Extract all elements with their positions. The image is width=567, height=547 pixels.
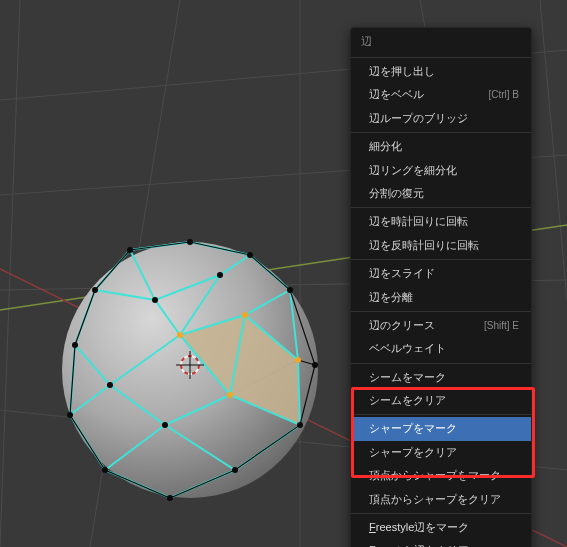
menu-item-label: 頂点からシャープをマーク — [369, 468, 501, 483]
edge-context-menu: 辺 辺を押し出し辺をベベル[Ctrl] B辺ループのブリッジ細分化辺リングを細分… — [350, 27, 532, 547]
menu-item-label: 辺リングを細分化 — [369, 163, 457, 178]
menu-item[interactable]: 分割の復元 — [351, 182, 531, 205]
menu-item-label: Freestyle辺をマーク — [369, 520, 469, 535]
menu-item-label: シャープをマーク — [369, 421, 457, 436]
menu-item-label: 辺を押し出し — [369, 64, 435, 79]
menu-item[interactable]: シームをマーク — [351, 366, 531, 389]
menu-item[interactable]: 辺をベベル[Ctrl] B — [351, 83, 531, 106]
menu-item[interactable]: 辺をスライド — [351, 262, 531, 285]
menu-separator — [351, 363, 531, 364]
menu-item-label: 辺のクリース — [369, 318, 435, 333]
svg-point-28 — [127, 247, 133, 253]
svg-point-35 — [227, 392, 233, 398]
menu-item[interactable]: 辺を押し出し — [351, 60, 531, 83]
menu-item[interactable]: Freestyle辺をマーク — [351, 516, 531, 539]
svg-point-21 — [297, 422, 303, 428]
menu-item[interactable]: 辺を反時計回りに回転 — [351, 234, 531, 257]
menu-separator — [351, 259, 531, 260]
svg-point-34 — [242, 312, 248, 318]
menu-item[interactable]: 辺のクリース[Shift] E — [351, 314, 531, 337]
menu-item[interactable]: 辺リングを細分化 — [351, 159, 531, 182]
menu-separator — [351, 414, 531, 415]
menu-item[interactable]: Freestyle辺をクリア — [351, 539, 531, 547]
svg-point-22 — [232, 467, 238, 473]
menu-separator — [351, 311, 531, 312]
menu-separator — [351, 207, 531, 208]
menu-item-label: 分割の復元 — [369, 186, 424, 201]
menu-item-label: 辺を分離 — [369, 290, 413, 305]
menu-item-label: 頂点からシャープをクリア — [369, 492, 501, 507]
menu-item-label: 辺をベベル — [369, 87, 424, 102]
svg-point-25 — [67, 412, 73, 418]
menu-item[interactable]: 頂点からシャープをマーク — [351, 464, 531, 487]
menu-item[interactable]: シームをクリア — [351, 389, 531, 412]
svg-point-30 — [217, 272, 223, 278]
menu-separator — [351, 57, 531, 58]
menu-item[interactable]: 頂点からシャープをクリア — [351, 488, 531, 511]
svg-point-36 — [295, 357, 301, 363]
svg-point-33 — [177, 332, 183, 338]
svg-point-26 — [72, 342, 78, 348]
menu-item-label: 細分化 — [369, 139, 402, 154]
svg-point-17 — [187, 239, 193, 245]
svg-point-27 — [92, 287, 98, 293]
svg-point-29 — [152, 297, 158, 303]
menu-item-label: 辺をスライド — [369, 266, 435, 281]
3d-viewport[interactable]: 辺 辺を押し出し辺をベベル[Ctrl] B辺ループのブリッジ細分化辺リングを細分… — [0, 0, 567, 547]
menu-item[interactable]: 細分化 — [351, 135, 531, 158]
menu-separator — [351, 132, 531, 133]
menu-item-label: 辺を反時計回りに回転 — [369, 238, 479, 253]
menu-item[interactable]: ベベルウェイト — [351, 337, 531, 360]
svg-point-18 — [247, 252, 253, 258]
menu-item[interactable]: シャープをマーク — [351, 417, 531, 440]
menu-item-label: シームをクリア — [369, 393, 446, 408]
svg-point-20 — [312, 362, 318, 368]
menu-item-label: ベベルウェイト — [369, 341, 446, 356]
menu-item-shortcut: [Ctrl] B — [488, 88, 519, 102]
svg-point-23 — [167, 495, 173, 501]
svg-point-31 — [107, 382, 113, 388]
menu-item-label: 辺ループのブリッジ — [369, 111, 468, 126]
menu-item-label: シームをマーク — [369, 370, 446, 385]
menu-item[interactable]: 辺ループのブリッジ — [351, 107, 531, 130]
menu-item[interactable]: 辺を分離 — [351, 286, 531, 309]
svg-point-24 — [102, 467, 108, 473]
menu-item-label: シャープをクリア — [369, 445, 457, 460]
menu-separator — [351, 513, 531, 514]
menu-item[interactable]: 辺を時計回りに回転 — [351, 210, 531, 233]
menu-item-label: Freestyle辺をクリア — [369, 543, 469, 547]
menu-item-shortcut: [Shift] E — [484, 319, 519, 333]
menu-item[interactable]: シャープをクリア — [351, 441, 531, 464]
svg-point-19 — [287, 287, 293, 293]
menu-title: 辺 — [351, 28, 531, 55]
menu-item-label: 辺を時計回りに回転 — [369, 214, 468, 229]
svg-point-32 — [162, 422, 168, 428]
